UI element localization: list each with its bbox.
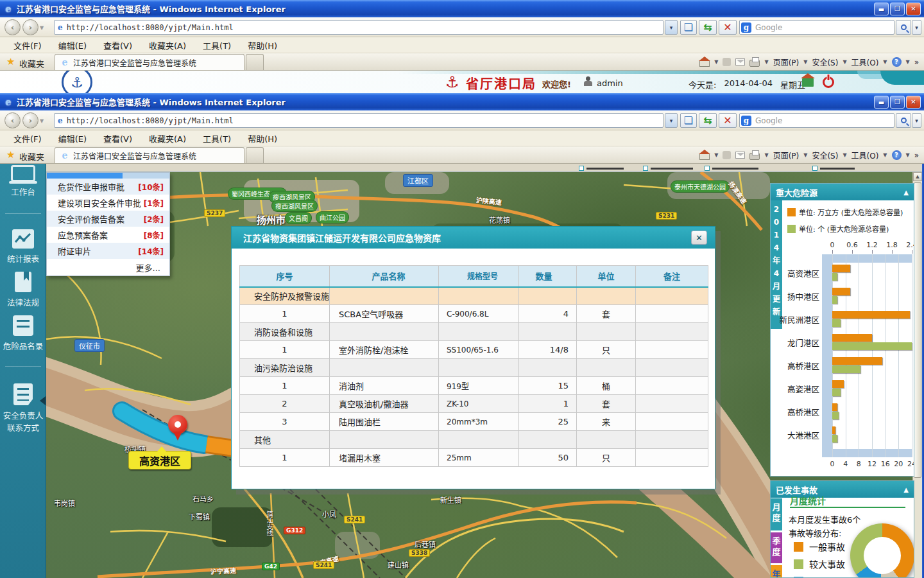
rss-icon[interactable] xyxy=(723,151,731,159)
menu-item[interactable]: 工具(T) xyxy=(194,37,239,53)
page-dropdown-icon[interactable]: ▼ xyxy=(803,152,807,158)
overflow-chevron-icon[interactable]: » xyxy=(914,151,919,160)
checkbox-icon[interactable] xyxy=(705,166,710,171)
sidebar-item-statistics[interactable]: 统计报表 xyxy=(0,229,46,265)
sidebar-item-workbench[interactable]: 工作台 xyxy=(0,165,46,198)
compatibility-view-icon[interactable]: ❏ xyxy=(680,20,697,35)
back-button[interactable]: ‹ xyxy=(4,112,21,128)
home-icon[interactable] xyxy=(699,60,710,67)
favorites-star-icon[interactable]: ★ xyxy=(6,56,15,67)
home-dropdown-icon[interactable]: ▼ xyxy=(714,152,718,158)
help-dropdown-icon[interactable]: ▼ xyxy=(906,59,910,65)
menu-item[interactable]: 工具(T) xyxy=(194,130,239,146)
map-label-poi[interactable]: 曲江公园 xyxy=(316,212,348,223)
page-menu-button[interactable]: 页面(P) xyxy=(773,57,800,67)
maximize-button[interactable]: ❐ xyxy=(890,96,905,109)
help-icon[interactable]: ? xyxy=(892,150,902,160)
checkbox-icon[interactable] xyxy=(643,166,648,171)
favorites-star-icon[interactable]: ★ xyxy=(6,149,15,161)
page-dropdown-icon[interactable]: ▼ xyxy=(803,59,807,65)
menu-item[interactable]: 帮助(H) xyxy=(239,37,286,53)
refresh-icon[interactable]: ⇆ xyxy=(699,113,717,128)
popup-menu-item[interactable]: 附证审片[14条] xyxy=(47,243,169,259)
mail-icon[interactable] xyxy=(735,152,745,159)
map-label-city[interactable]: 扬州市 xyxy=(257,213,286,226)
menu-item[interactable]: 收藏夹(A) xyxy=(141,37,194,53)
layer-toggle[interactable] xyxy=(812,166,855,171)
safety-dropdown-icon[interactable]: ▼ xyxy=(843,59,846,65)
maximize-button[interactable]: ❐ xyxy=(890,3,905,15)
popup-menu-item[interactable]: 建设项目安全条件审批[1条] xyxy=(47,195,169,211)
logout-icon[interactable] xyxy=(823,76,834,88)
sidebar-item-safety-contacts[interactable]: 安全负责人 联系方式 xyxy=(0,383,46,434)
safety-menu-button[interactable]: 安全(S) xyxy=(812,150,838,161)
new-tab-stub[interactable] xyxy=(246,147,264,163)
sidebar-item-laws[interactable]: 法律法规 xyxy=(0,272,46,308)
sidebar-collapse-arrow-icon[interactable] xyxy=(40,396,46,405)
search-box[interactable]: gGoogle xyxy=(739,113,894,128)
stop-icon[interactable]: ✕ xyxy=(719,113,737,128)
page-tab[interactable]: e江苏省港口安全监管与应急管理系统 xyxy=(55,147,244,163)
menu-item[interactable]: 查看(V) xyxy=(95,130,141,146)
home-shortcut-icon[interactable] xyxy=(802,78,814,87)
print-icon[interactable] xyxy=(749,60,760,67)
checkbox-icon[interactable] xyxy=(812,166,817,171)
safety-dropdown-icon[interactable]: ▼ xyxy=(843,152,846,158)
map-label-poi[interactable]: 文昌阁 xyxy=(286,213,311,223)
layer-toggle[interactable] xyxy=(705,166,758,171)
help-icon[interactable]: ? xyxy=(892,57,902,67)
menu-item[interactable]: 帮助(H) xyxy=(239,130,286,146)
print-icon[interactable] xyxy=(749,153,760,160)
layer-toggle[interactable] xyxy=(643,166,693,171)
back-button[interactable]: ‹ xyxy=(4,19,21,35)
search-button[interactable] xyxy=(896,20,911,35)
history-dropdown-icon[interactable]: ▼ xyxy=(40,118,44,124)
minimize-button[interactable]: ▬ xyxy=(874,3,889,15)
layer-toggle[interactable] xyxy=(579,166,624,171)
menu-item[interactable]: 收藏夹(A) xyxy=(141,130,194,146)
popup-menu-item[interactable]: 应急预案备案[8条] xyxy=(47,227,169,243)
sidebar-item-dangerous-goods[interactable]: 危险品名录 xyxy=(0,315,46,352)
modal-close-icon[interactable]: ✕ xyxy=(691,231,707,245)
period-tab-3[interactable]: 年度 xyxy=(771,565,782,578)
period-tab-2[interactable]: 季度 xyxy=(771,532,782,563)
stop-icon[interactable]: ✕ xyxy=(719,20,737,35)
search-options-dropdown-icon[interactable]: ▾ xyxy=(912,113,921,128)
map-label-district[interactable]: 仪征市 xyxy=(74,339,105,352)
map-label-poi[interactable]: 泰州市天德湖公园 xyxy=(671,181,729,192)
collapse-arrow-icon[interactable]: ▲ xyxy=(903,189,909,196)
scrollbar-up-arrow-icon[interactable]: ▲ xyxy=(913,172,922,181)
home-dropdown-icon[interactable]: ▼ xyxy=(714,59,718,65)
popup-more-link[interactable]: 更多... xyxy=(47,259,169,276)
tools-menu-button[interactable]: 工具(O) xyxy=(851,150,879,161)
page-tab[interactable]: e江苏省港口安全监管与应急管理系统 xyxy=(55,54,244,70)
menu-item[interactable]: 文件(F) xyxy=(5,130,50,146)
address-dropdown-icon[interactable]: ▾ xyxy=(665,20,678,35)
popup-menu-item[interactable]: 安全评价报告备案[2条] xyxy=(47,211,169,227)
scrollbar-thumb[interactable] xyxy=(914,182,921,478)
compatibility-view-icon[interactable]: ❏ xyxy=(680,113,697,128)
forward-button[interactable]: › xyxy=(22,112,38,128)
history-dropdown-icon[interactable]: ▼ xyxy=(40,25,44,31)
tools-dropdown-icon[interactable]: ▼ xyxy=(883,152,887,158)
new-tab-stub[interactable] xyxy=(246,54,264,70)
address-bar[interactable]: ehttp://localhost:8080/yjpt/Main.html xyxy=(54,113,663,128)
hazard-panel-header[interactable]: 重大危险源 ▲ xyxy=(771,184,914,200)
page-menu-button[interactable]: 页面(P) xyxy=(773,150,800,161)
collapse-arrow-icon[interactable]: ▲ xyxy=(903,486,909,493)
map-label-poi[interactable]: 瘦西湖风景区 xyxy=(272,200,317,211)
help-dropdown-icon[interactable]: ▼ xyxy=(906,152,910,158)
forward-button[interactable]: › xyxy=(22,19,38,35)
search-button[interactable] xyxy=(896,113,911,128)
close-button[interactable]: ✕ xyxy=(906,96,921,109)
address-dropdown-icon[interactable]: ▾ xyxy=(665,113,678,128)
menu-item[interactable]: 编辑(E) xyxy=(50,37,95,53)
search-options-dropdown-icon[interactable]: ▾ xyxy=(912,20,921,35)
safety-menu-button[interactable]: 安全(S) xyxy=(812,57,838,67)
close-button[interactable]: ✕ xyxy=(906,3,921,15)
address-bar[interactable]: ehttp://localhost:8080/yjpt/Main.html xyxy=(54,20,663,35)
port-zone-label[interactable]: 高资港区 xyxy=(128,451,191,469)
menu-item[interactable]: 文件(F) xyxy=(5,37,50,53)
port-band-orange[interactable] xyxy=(207,444,234,448)
print-dropdown-icon[interactable]: ▼ xyxy=(764,59,768,65)
